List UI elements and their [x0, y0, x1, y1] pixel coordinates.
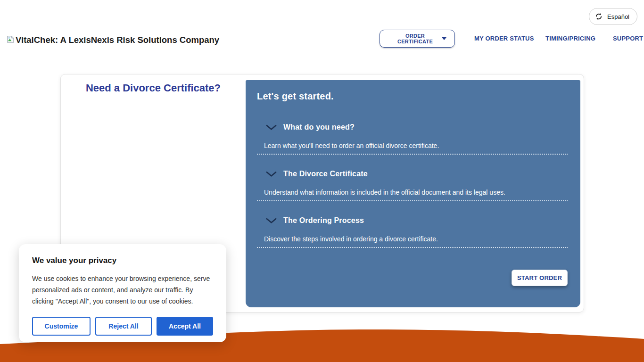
cookie-title: We value your privacy	[32, 256, 213, 265]
chevron-down-icon	[266, 124, 277, 131]
espanol-button[interactable]: Español	[589, 8, 637, 25]
chevron-down-icon	[266, 218, 277, 224]
broken-image-icon	[7, 35, 15, 43]
espanol-label: Español	[607, 13, 629, 20]
dotted-divider	[257, 247, 568, 248]
cookie-dialog: We value your privacy We use cookies to …	[19, 244, 226, 342]
logo-alt-text: VitalChek: A LexisNexis Risk Solutions C…	[16, 35, 219, 45]
accordion-section-divorce-certificate: The Divorce Certificate Understand what …	[246, 170, 580, 201]
nav-link-timing-pricing[interactable]: TIMING/PRICING	[545, 35, 595, 42]
nav-link-my-order-status[interactable]: MY ORDER STATUS	[474, 35, 534, 42]
accordion-label: What do you need?	[283, 123, 355, 132]
refresh-icon	[595, 13, 603, 20]
accordion-section-what-do-you-need: What do you need? Learn what you'll need…	[246, 123, 580, 155]
panel-title: Let's get started.	[257, 91, 580, 102]
accordion-description: Learn what you'll need to order an offic…	[264, 142, 580, 149]
accordion-label: The Ordering Process	[283, 216, 364, 225]
accordion-description: Discover the steps involved in ordering …	[264, 235, 580, 243]
accordion-header[interactable]: What do you need?	[266, 123, 580, 132]
accordion-section-ordering-process: The Ordering Process Discover the steps …	[246, 216, 580, 248]
accordion-description: Understand what information is included …	[264, 189, 580, 196]
get-started-panel: Let's get started. What do you need? Lea…	[246, 80, 580, 307]
accordion-header[interactable]: The Ordering Process	[266, 216, 580, 225]
start-order-button[interactable]: START ORDER	[512, 270, 568, 286]
order-certificate-label: ORDER CERTIFICATE	[388, 33, 442, 44]
caret-down-icon	[442, 37, 446, 40]
customize-button[interactable]: Customize	[32, 317, 91, 336]
order-certificate-button[interactable]: ORDER CERTIFICATE	[380, 30, 455, 48]
cookie-body: We use cookies to enhance your browsing …	[32, 273, 213, 307]
accordion-label: The Divorce Certificate	[283, 170, 368, 178]
accept-all-button[interactable]: Accept All	[157, 317, 213, 336]
dotted-divider	[257, 200, 568, 201]
accordion-header[interactable]: The Divorce Certificate	[266, 170, 580, 178]
page-title: Need a Divorce Certificate?	[61, 82, 246, 94]
dotted-divider	[257, 154, 568, 155]
site-logo[interactable]: VitalChek: A LexisNexis Risk Solutions C…	[7, 35, 219, 45]
chevron-down-icon	[266, 171, 277, 177]
nav-link-support[interactable]: SUPPORT	[613, 35, 643, 42]
reject-all-button[interactable]: Reject All	[95, 317, 152, 336]
